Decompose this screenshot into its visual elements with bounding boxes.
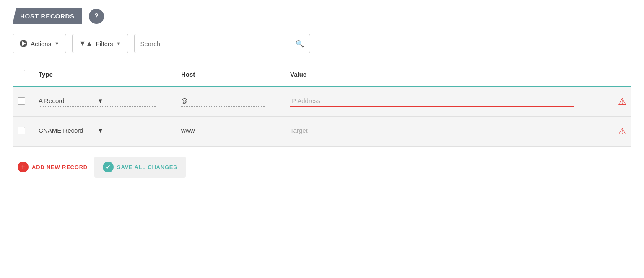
footer-actions: + ADD NEW RECORD ✓ SAVE ALL CHANGES <box>13 147 631 188</box>
col-actions-spacer <box>610 62 631 87</box>
add-record-label: ADD NEW RECORD <box>32 164 88 170</box>
row-checkbox-0[interactable] <box>18 97 25 105</box>
filters-button[interactable]: ▼▲ Filters ▼ <box>72 34 128 53</box>
col-host: Host <box>176 62 285 87</box>
col-type: Type <box>34 62 176 87</box>
col-value: Value <box>285 62 610 87</box>
search-input[interactable] <box>140 40 296 47</box>
filters-label: Filters <box>96 40 113 47</box>
row-host-cell <box>176 117 285 147</box>
header-row: HOST RECORDS ? <box>13 8 631 24</box>
table-row: A Record ▼ ⚠ <box>13 87 631 117</box>
header-checkbox-cell <box>13 62 34 87</box>
search-wrapper: 🔍 <box>134 34 310 53</box>
filter-icon: ▼▲ <box>79 40 93 47</box>
warning-icon-1: ⚠ <box>618 126 626 136</box>
actions-button[interactable]: Actions ▼ <box>13 34 66 53</box>
save-changes-label: SAVE ALL CHANGES <box>117 164 177 170</box>
row-host-cell <box>176 87 285 117</box>
type-chevron-icon-1: ▼ <box>97 127 156 134</box>
select-all-checkbox[interactable] <box>18 70 25 77</box>
toolbar: Actions ▼ ▼▲ Filters ▼ 🔍 <box>13 34 631 62</box>
actions-chevron-icon: ▼ <box>55 41 59 46</box>
type-label-1: CNAME Record <box>39 127 97 134</box>
table-header: Type Host Value <box>13 62 631 87</box>
value-input-0[interactable] <box>290 97 574 107</box>
filters-chevron-icon: ▼ <box>117 41 121 46</box>
row-type-cell: A Record ▼ <box>34 87 176 117</box>
row-type-cell: CNAME Record ▼ <box>34 117 176 147</box>
row-warning-cell-1: ⚠ <box>610 117 631 147</box>
type-select-0[interactable]: A Record ▼ <box>39 97 156 107</box>
row-checkbox-cell <box>13 87 34 117</box>
save-changes-button[interactable]: ✓ SAVE ALL CHANGES <box>94 157 186 178</box>
row-value-cell <box>285 117 610 147</box>
row-value-cell <box>285 87 610 117</box>
plus-icon: + <box>18 162 29 172</box>
row-warning-cell-0: ⚠ <box>610 87 631 117</box>
host-input-1[interactable] <box>181 127 265 136</box>
add-record-button[interactable]: + ADD NEW RECORD <box>18 162 88 172</box>
table-row: CNAME Record ▼ ⚠ <box>13 117 631 147</box>
page-title: HOST RECORDS <box>13 8 82 24</box>
warning-icon-0: ⚠ <box>618 96 626 107</box>
search-icon: 🔍 <box>296 40 304 48</box>
type-label-0: A Record <box>39 97 97 104</box>
help-button[interactable]: ? <box>89 9 104 24</box>
host-input-0[interactable] <box>181 97 265 107</box>
row-checkbox-1[interactable] <box>18 127 25 134</box>
row-checkbox-cell <box>13 117 34 147</box>
type-chevron-icon-0: ▼ <box>97 97 156 104</box>
value-input-1[interactable] <box>290 127 574 136</box>
records-table: Type Host Value A Record ▼ <box>13 62 631 147</box>
play-icon <box>20 40 27 47</box>
page-container: HOST RECORDS ? Actions ▼ ▼▲ Filters ▼ 🔍 … <box>0 0 644 196</box>
type-select-1[interactable]: CNAME Record ▼ <box>39 127 156 136</box>
check-icon: ✓ <box>103 162 114 172</box>
actions-label: Actions <box>31 40 51 47</box>
